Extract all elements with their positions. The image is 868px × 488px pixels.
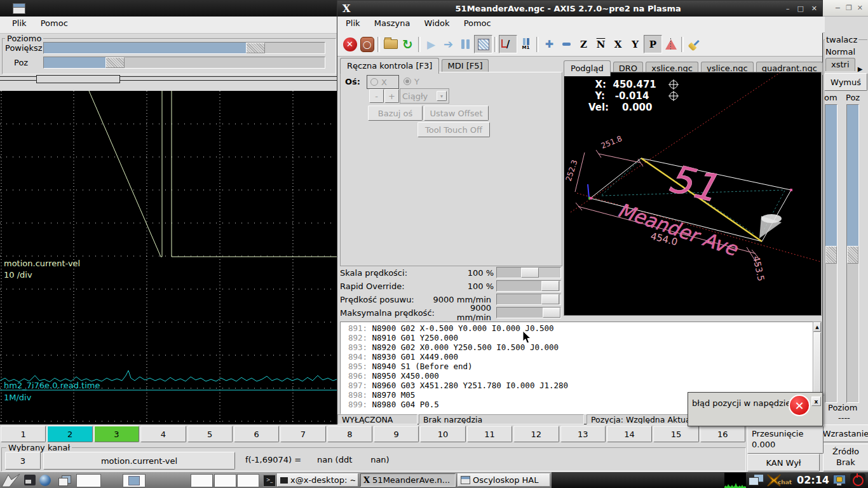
- gcode-line[interactable]: 894: N8930 G01 X449.000: [341, 352, 813, 362]
- gcode-line[interactable]: 897: N8960 G03 X451.280 Y251.780 I0.000 …: [341, 381, 813, 390]
- axis-minimize-button[interactable]: –: [786, 4, 790, 13]
- gcode-line[interactable]: 896: N8950 X450.000: [341, 371, 813, 381]
- trigger-level-slider[interactable]: [825, 104, 837, 403]
- rapid-override-slider[interactable]: [496, 280, 561, 292]
- osc-restore-button[interactable]: ❐: [846, 4, 852, 12]
- applet-box-2[interactable]: [214, 474, 236, 487]
- gcode-line[interactable]: 895: N8940 S1 (Before end): [341, 362, 813, 371]
- task-terminal[interactable]: x@x-desktop: ~/...: [277, 473, 358, 487]
- channel-button-9[interactable]: 9: [374, 426, 419, 442]
- terminal-launcher-icon[interactable]: >_: [263, 475, 276, 487]
- skip-lines-button[interactable]: /: [499, 35, 517, 53]
- osc-zoom-slider[interactable]: [43, 42, 325, 54]
- trigger-normal-option[interactable]: Normal: [825, 47, 855, 57]
- scroll-up-button[interactable]: ▲: [813, 322, 821, 332]
- view-x-button[interactable]: X: [609, 36, 627, 53]
- osc-close-button[interactable]: ✕: [857, 4, 863, 12]
- axis-menu-pomoc[interactable]: Pomoc: [458, 17, 497, 30]
- home-axis-button[interactable]: Bazuj oś: [368, 105, 423, 121]
- channel-button-5[interactable]: 5: [187, 426, 233, 442]
- channel-button-2[interactable]: 2: [47, 426, 92, 442]
- channel-button-3[interactable]: 3: [94, 426, 139, 442]
- trigger-level-slider-handle[interactable]: [825, 246, 837, 264]
- run-step-button[interactable]: ➔: [440, 36, 457, 53]
- machine-power-button[interactable]: ◯: [358, 36, 376, 53]
- rapid-override-handle[interactable]: [541, 281, 559, 291]
- channel-button-16[interactable]: 16: [700, 426, 745, 442]
- max-speed-slider[interactable]: [496, 307, 561, 318]
- run-program-button[interactable]: ▶: [423, 36, 440, 53]
- view-z-button[interactable]: Z: [575, 36, 592, 53]
- channel-button-11[interactable]: 11: [467, 426, 512, 442]
- tab-manual-control[interactable]: Ręczna kontrola [F3]: [340, 58, 439, 74]
- axis-menu-widok[interactable]: Widok: [419, 17, 456, 30]
- trigger-pos-slider[interactable]: [846, 104, 859, 403]
- zoom-out-button[interactable]: [558, 36, 575, 53]
- pager-desktop-1[interactable]: [76, 474, 101, 487]
- view-perspective-button[interactable]: P: [644, 35, 662, 53]
- gcode-line[interactable]: 893: N8920 G02 X0.000 Y250.500 I0.500 J0…: [341, 342, 813, 352]
- axis-close-button[interactable]: ✕: [811, 4, 817, 13]
- show-desktop-icon[interactable]: [58, 475, 71, 485]
- reload-file-button[interactable]: ↻: [399, 36, 416, 53]
- osc-zoom-slider-handle[interactable]: [246, 43, 265, 53]
- channel-button-12[interactable]: 12: [513, 426, 559, 442]
- gcode-line[interactable]: 891: N8900 G02 X-0.500 Y0.000 I0.000 J0.…: [341, 323, 813, 333]
- estop-button[interactable]: ✕: [341, 36, 358, 53]
- applet-box-1[interactable]: [191, 474, 213, 487]
- preview-canvas[interactable]: 251.8 252.3 454.0 453.5 51 Meander Ave: [564, 72, 822, 316]
- channel-button-13[interactable]: 13: [560, 426, 606, 442]
- stop-button[interactable]: [474, 35, 492, 53]
- channel-button-10[interactable]: 10: [420, 426, 465, 442]
- axis-maximize-button[interactable]: □: [797, 4, 803, 13]
- gcode-line[interactable]: 892: N8910 G01 Y250.000: [341, 333, 813, 342]
- osc-scope-canvas[interactable]: motion.current-vel 10 /div hm2_7i76e.0.r…: [0, 91, 337, 424]
- osc-record-window[interactable]: [36, 75, 120, 83]
- tab-xstri[interactable]: xstri: [825, 58, 855, 71]
- feed-scale-slider[interactable]: [496, 267, 561, 278]
- trigger-pos-slider-handle[interactable]: [847, 246, 858, 264]
- set-offset-button[interactable]: Ustaw Offset: [424, 105, 489, 121]
- channel-button-4[interactable]: 4: [140, 426, 186, 442]
- osc-menu-plik[interactable]: Plik: [6, 17, 32, 30]
- optional-stop-button[interactable]: M1: [517, 36, 534, 53]
- tool-touch-off-button[interactable]: Tool Touch Off: [417, 122, 490, 137]
- xchat-icon[interactable]: chat: [766, 473, 796, 487]
- rotate-view-button[interactable]: [662, 36, 679, 53]
- radio-axis-y[interactable]: Y: [403, 75, 429, 88]
- jog-mode-select[interactable]: Ciągły ▾: [400, 88, 449, 104]
- osc-selected-signal-button[interactable]: motion.current-vel: [43, 452, 235, 470]
- cpu-monitor-icon[interactable]: [724, 473, 746, 488]
- jog-speed-slider[interactable]: [496, 294, 561, 305]
- channel-button-15[interactable]: 15: [653, 426, 698, 442]
- axis-menu-plik[interactable]: Plik: [340, 17, 366, 30]
- clock[interactable]: 02:14: [797, 474, 830, 487]
- pause-button[interactable]: [457, 36, 474, 53]
- channel-button-7[interactable]: 7: [280, 426, 325, 442]
- trigger-source-button[interactable]: Źródło Brak: [823, 444, 868, 471]
- applet-box-3[interactable]: [237, 474, 259, 487]
- axis-menu-maszyna[interactable]: Maszyna: [369, 17, 416, 30]
- task-oscilloscope[interactable]: Oscyloskop HAL: [458, 473, 550, 487]
- network-monitor-icon[interactable]: [749, 474, 764, 487]
- logout-power-icon[interactable]: [850, 473, 865, 487]
- channel-button-1[interactable]: 1: [1, 426, 46, 442]
- jog-plus-button[interactable]: +: [384, 89, 399, 103]
- task-axis[interactable]: X 51MeanderAve.n...: [360, 473, 456, 487]
- scroll-thumb[interactable]: [813, 332, 821, 397]
- jog-minus-button[interactable]: -: [369, 89, 384, 103]
- zoom-in-button[interactable]: ✚: [541, 36, 558, 53]
- trigger-edge-button[interactable]: Wzrastanie: [823, 424, 868, 442]
- jog-speed-handle[interactable]: [541, 294, 559, 304]
- pager-desktop-2[interactable]: [123, 474, 146, 487]
- open-file-button[interactable]: [382, 36, 399, 53]
- axis-titlebar[interactable]: X 51MeanderAve.ngc - AXIS 2.7.0~pre2 na …: [337, 1, 822, 17]
- tab-scroll-right-button[interactable]: ▶: [858, 65, 863, 72]
- channel-button-6[interactable]: 6: [234, 426, 279, 442]
- tab-preview[interactable]: Podgląd: [564, 60, 611, 76]
- osc-minimize-button[interactable]: −: [835, 4, 841, 12]
- error-close-button[interactable]: x: [811, 396, 821, 406]
- feed-scale-handle[interactable]: [521, 268, 539, 278]
- file-manager-icon[interactable]: [24, 475, 36, 485]
- osc-pos-slider-handle[interactable]: [105, 57, 125, 68]
